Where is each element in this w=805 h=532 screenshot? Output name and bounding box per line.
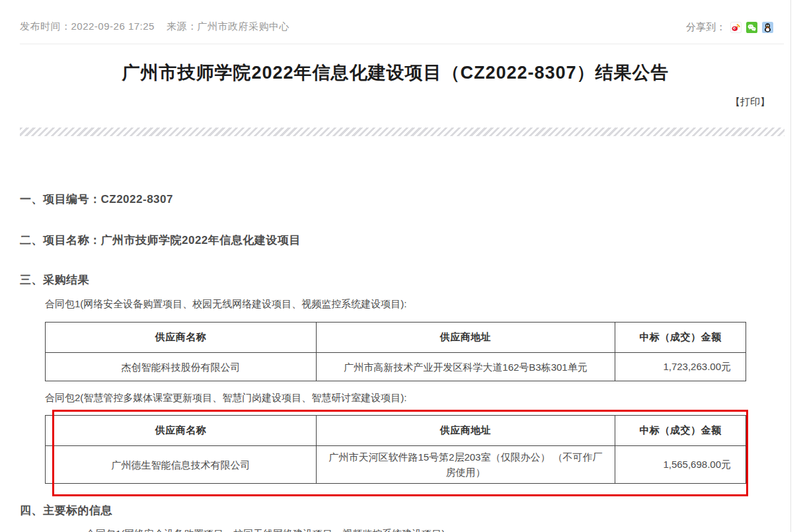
- meta-row: 发布时间：2022-09-26 17:25 来源：广州市政府采购中心: [20, 20, 289, 33]
- publish-time: 发布时间：2022-09-26 17:25: [20, 20, 155, 33]
- contract-package-1-intro: 合同包1(网络安全设备购置项目、校园无线网络建设项目、视频监控系统建设项目):: [45, 298, 407, 311]
- supplier-table-2: 供应商名称 供应商地址 中标（成交）金额 广州德生智能信息技术有限公司 广州市天…: [45, 415, 746, 484]
- page-title: 广州市技师学院2022年信息化建设项目（CZ2022-8307）结果公告: [0, 61, 791, 85]
- col-header-supplier-name: 供应商名称: [46, 416, 317, 446]
- clipped-bottom-text: 合同包1(网络安全设备购置项目、校园无线网络建设项目、视频监控系统建设项目):: [86, 528, 448, 532]
- col-header-supplier-address: 供应商地址: [317, 416, 615, 446]
- table-1-data-row: 杰创智能科技股份有限公司 广州市高新技术产业开发区科学大道162号B3栋301单…: [46, 353, 746, 381]
- print-button[interactable]: 【打印】: [730, 96, 770, 108]
- share-label: 分享到：: [686, 21, 726, 34]
- section-heading-main-subject-info: 四、主要标的信息: [20, 503, 112, 518]
- source: 来源：广州市政府采购中心: [167, 20, 289, 33]
- section-heading-project-number: 一、项目编号：CZ2022-8307: [20, 192, 173, 207]
- supplier-table-1: 供应商名称 供应商地址 中标（成交）金额 杰创智能科技股份有限公司 广州市高新技…: [45, 322, 746, 381]
- section-heading-procurement-result: 三、采购结果: [20, 272, 89, 287]
- table-1-header-row: 供应商名称 供应商地址 中标（成交）金额: [46, 323, 746, 353]
- top-divider: [20, 44, 784, 44]
- supplier-address-cell: 广州市高新技术产业开发区科学大道162号B3栋301单元: [317, 353, 615, 381]
- wechat-share-icon[interactable]: [746, 22, 757, 33]
- award-amount-cell: 1,565,698.00元: [615, 446, 746, 484]
- col-header-award-amount: 中标（成交）金额: [615, 323, 746, 353]
- table-2-header-row: 供应商名称 供应商地址 中标（成交）金额: [46, 416, 746, 446]
- table-2-data-row: 广州德生智能信息技术有限公司 广州市天河区软件路15号第2层203室（仅限办公）…: [46, 446, 746, 484]
- supplier-name-cell: 广州德生智能信息技术有限公司: [46, 446, 317, 484]
- award-amount-cell: 1,723,263.00元: [615, 353, 746, 381]
- supplier-name-cell: 杰创智能科技股份有限公司: [46, 353, 317, 381]
- col-header-supplier-name: 供应商名称: [46, 323, 317, 353]
- contract-package-2-intro: 合同包2(智慧管控多媒体课室更新项目、智慧门岗建设项目、智慧研讨室建设项目):: [45, 392, 407, 404]
- share-row: 分享到：: [686, 21, 773, 34]
- weibo-share-icon[interactable]: [730, 22, 742, 33]
- col-header-supplier-address: 供应商地址: [317, 323, 615, 353]
- page-right-border: [790, 0, 791, 532]
- section-heading-project-name: 二、项目名称：广州市技师学院2022年信息化建设项目: [20, 233, 301, 248]
- qq-share-icon[interactable]: [762, 22, 773, 33]
- supplier-address-cell: 广州市天河区软件路15号第2层203室（仅限办公） （不可作厂房使用）: [317, 446, 615, 484]
- col-header-award-amount: 中标（成交）金额: [615, 416, 746, 446]
- striped-divider: [20, 128, 785, 136]
- announcement-page: 发布时间：2022-09-26 17:25 来源：广州市政府采购中心 分享到：: [0, 0, 805, 532]
